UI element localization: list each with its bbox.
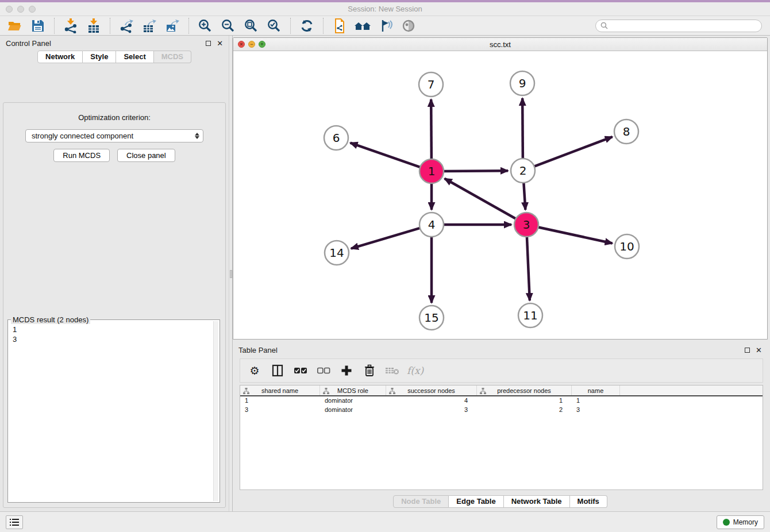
graph-node-14[interactable]: 14 (325, 241, 349, 265)
tab-edge-table[interactable]: Edge Table (449, 495, 503, 508)
graph-node-2[interactable]: 2 (511, 159, 535, 183)
graph-edge-3-11[interactable] (527, 236, 530, 300)
tab-node-table[interactable]: Node Table (393, 495, 449, 508)
search-input[interactable] (611, 22, 757, 30)
network-close-icon[interactable]: × (238, 41, 245, 48)
criterion-dropdown[interactable]: strongly connected component (25, 129, 203, 142)
zoom-selected-button[interactable] (264, 17, 284, 34)
graph-edge-2-8[interactable] (533, 137, 613, 167)
column-header-mcds-role[interactable]: MCDS role (320, 385, 386, 395)
float-table-panel-icon[interactable] (745, 348, 750, 353)
network-minimize-icon[interactable]: − (248, 41, 255, 48)
column-header-name[interactable]: name (572, 385, 620, 395)
graph-node-10[interactable]: 10 (615, 234, 639, 259)
graph-node-15[interactable]: 15 (419, 306, 444, 330)
table-cell[interactable]: 3 (240, 406, 320, 415)
table-cell[interactable]: dominator (320, 406, 386, 415)
graph-node-1[interactable]: 1 (419, 159, 444, 183)
unselect-all-rows-button[interactable] (315, 362, 332, 379)
home-button[interactable] (352, 17, 373, 34)
save-button[interactable] (28, 17, 48, 34)
table-cell[interactable]: 3 (386, 406, 477, 415)
tab-network-table[interactable]: Network Table (504, 495, 570, 508)
table-cell[interactable]: 1 (572, 396, 620, 406)
table-row[interactable]: 3dominator323 (240, 406, 763, 415)
graph-edge-3-10[interactable] (537, 227, 613, 243)
memory-button[interactable]: Memory (717, 515, 764, 529)
graph-node-9[interactable]: 9 (510, 71, 534, 95)
graph-node-8[interactable]: 8 (614, 119, 638, 144)
tab-style[interactable]: Style (83, 51, 116, 63)
graph-edge-3-1[interactable] (445, 179, 517, 219)
graph-edge-1-7[interactable] (431, 99, 432, 160)
import-network-icon (63, 18, 78, 33)
vertical-splitter[interactable] (229, 36, 233, 511)
delete-column-button[interactable] (361, 362, 378, 379)
graph-node-7[interactable]: 7 (419, 72, 443, 97)
column-header-predecessor-nodes[interactable]: predecessor nodes (477, 385, 572, 395)
table-row[interactable]: 1dominator411 (240, 396, 763, 406)
table-cell[interactable]: 3 (572, 406, 620, 415)
graphics-details-button[interactable] (375, 17, 396, 34)
search-icon (600, 22, 608, 29)
import-table-button[interactable] (83, 17, 104, 34)
function-builder-button[interactable]: f(x) (407, 362, 424, 379)
network-canvas[interactable]: 1234678910111415 (233, 51, 767, 339)
network-window-titlebar: × − + scc.txt (233, 38, 767, 51)
float-panel-icon[interactable] (206, 41, 211, 46)
table-cell[interactable]: 4 (386, 396, 477, 406)
refresh-button[interactable] (297, 17, 317, 34)
tab-network[interactable]: Network (37, 51, 83, 63)
graph-node-4[interactable]: 4 (419, 213, 444, 237)
table-settings-button[interactable]: ⚙ (246, 362, 263, 379)
close-panel-button[interactable]: Close panel (117, 149, 175, 162)
network-document-button[interactable] (329, 17, 350, 34)
graph-edge-2-9[interactable] (522, 98, 523, 160)
delete-table-button[interactable] (384, 362, 401, 379)
column-header-successor-nodes[interactable]: successor nodes (386, 385, 477, 395)
export-image-button[interactable] (162, 17, 183, 34)
close-table-panel-icon[interactable]: ✕ (756, 346, 762, 354)
result-scrollbar[interactable] (213, 321, 218, 501)
home-icon (354, 19, 371, 33)
select-all-icon (294, 367, 307, 375)
search-box[interactable] (595, 20, 762, 32)
task-history-button[interactable] (6, 515, 23, 529)
graph-edge-4-14[interactable] (351, 228, 421, 248)
run-mcds-button[interactable]: Run MCDS (53, 149, 110, 162)
export-network-button[interactable] (116, 17, 137, 34)
zoom-out-button[interactable] (218, 17, 238, 34)
graph-edge-1-2[interactable] (442, 171, 508, 171)
zoom-in-button[interactable] (195, 17, 215, 34)
graph-node-3[interactable]: 3 (514, 213, 538, 237)
zoom-fit-button[interactable] (241, 17, 261, 34)
tab-select[interactable]: Select (116, 51, 153, 63)
tab-motifs[interactable]: Motifs (570, 495, 607, 508)
export-table-button[interactable] (139, 17, 160, 34)
table-cell[interactable]: 1 (240, 396, 320, 406)
column-header-shared-name[interactable]: shared name (240, 385, 320, 395)
network-zoom-icon[interactable]: + (259, 41, 265, 48)
graph-edge-2-3[interactable] (523, 182, 525, 210)
open-folder-button[interactable] (5, 17, 25, 34)
toolbar-separator (110, 18, 110, 34)
node-label: 15 (424, 311, 438, 325)
show-columns-button[interactable] (269, 362, 286, 379)
graph-node-11[interactable]: 11 (518, 303, 542, 327)
show-hide-panel-button[interactable] (398, 17, 419, 34)
tab-mcds[interactable]: MCDS (154, 51, 191, 63)
node-table[interactable]: shared nameMCDS rolesuccessor nodesprede… (240, 385, 763, 490)
table-toolbar: ⚙ (240, 358, 763, 383)
graph-edge-1-6[interactable] (351, 143, 422, 168)
table-cell[interactable]: dominator (320, 396, 386, 406)
close-panel-icon[interactable]: ✕ (217, 40, 223, 47)
network-graph[interactable]: 1234678910111415 (233, 51, 767, 339)
zoom-selected-icon (267, 18, 282, 33)
import-network-button[interactable] (60, 17, 81, 34)
graph-node-6[interactable]: 6 (324, 126, 348, 150)
add-column-button[interactable] (338, 362, 355, 379)
select-all-rows-button[interactable] (292, 362, 309, 379)
table-cell[interactable]: 1 (477, 396, 572, 406)
column-header-label: MCDS role (337, 387, 368, 394)
table-cell[interactable]: 2 (477, 406, 572, 415)
